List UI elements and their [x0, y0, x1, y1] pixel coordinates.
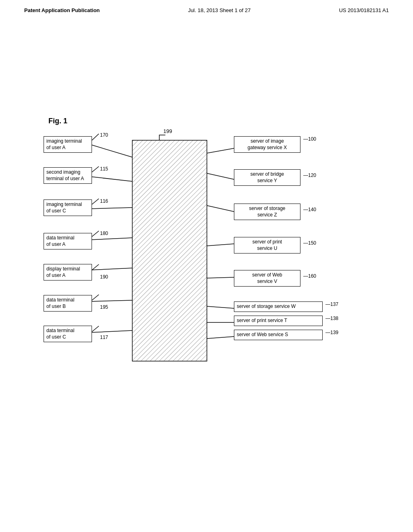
ref-116: 116 [100, 198, 108, 204]
ref-120: —120 [303, 172, 316, 178]
box-second-imaging-terminal-user-a: second imagingterminal of user A [44, 167, 92, 184]
svg-line-7 [90, 300, 132, 301]
svg-line-8 [90, 330, 132, 332]
page-header: Patent Application Publication Jul. 18, … [0, 0, 413, 17]
box-server-print-service-t: server of print service T [234, 316, 323, 326]
svg-line-19 [92, 199, 99, 204]
figure-label: Fig. 1 [48, 117, 67, 125]
ref-160: —160 [303, 273, 316, 279]
header-right: US 2013/0182131 A1 [339, 7, 389, 13]
box-server-print-service-u: server of printservice U [234, 237, 300, 254]
svg-line-21 [92, 264, 99, 270]
ref-140: —140 [303, 207, 316, 212]
ref-138: —138 [325, 316, 338, 321]
svg-line-10 [207, 173, 234, 179]
svg-line-20 [92, 231, 99, 237]
svg-line-9 [207, 148, 234, 153]
ref-195: 195 [100, 304, 108, 310]
svg-line-11 [207, 206, 234, 212]
svg-line-5 [90, 238, 132, 240]
ref-170: 170 [100, 132, 108, 138]
box-server-storage-service-w: server of storage service W [234, 301, 323, 312]
svg-rect-1 [132, 140, 207, 361]
ref-100: —100 [303, 136, 316, 142]
ref-199: 199 [163, 128, 172, 134]
svg-line-2 [90, 144, 132, 157]
box-server-web-service-v: server of Webservice V [234, 270, 300, 287]
header-center: Jul. 18, 2013 Sheet 1 of 27 [188, 7, 250, 13]
svg-line-18 [92, 166, 99, 172]
svg-line-14 [207, 306, 234, 308]
svg-line-6 [90, 268, 132, 270]
box-imaging-terminal-user-c: imaging terminalof user C [44, 200, 92, 216]
ref-139: —139 [325, 330, 338, 335]
box-display-terminal-user-a: display terminalof user A [44, 264, 92, 281]
svg-line-4 [90, 208, 132, 209]
box-data-terminal-user-c: data terminalof user C [44, 326, 92, 342]
svg-line-3 [90, 177, 132, 181]
diagram: imaging terminalof user A 170 second ima… [40, 133, 363, 383]
ref-117: 117 [100, 335, 108, 340]
svg-line-12 [207, 244, 234, 246]
ref-150: —150 [303, 240, 316, 246]
ref-115: 115 [100, 166, 108, 172]
ref-180: 180 [100, 231, 108, 236]
box-server-bridge-service: server of bridgeservice Y [234, 169, 300, 186]
box-data-terminal-user-a: data terminalof user A [44, 233, 92, 249]
box-server-storage-service-z: server of storageservice Z [234, 204, 300, 220]
box-server-web-service-s: server of Web service S [234, 330, 323, 340]
ref-137: —137 [325, 301, 338, 307]
svg-line-16 [207, 337, 234, 339]
svg-line-13 [207, 277, 234, 278]
ref-190: 190 [100, 274, 108, 280]
svg-line-17 [92, 134, 99, 140]
svg-line-22 [92, 295, 99, 300]
svg-line-23 [92, 326, 99, 332]
box-imaging-terminal-user-a: imaging terminalof user A [44, 136, 92, 153]
header-left: Patent Application Publication [24, 7, 100, 13]
box-server-image-gateway: server of imagegateway service X [234, 136, 300, 153]
box-data-terminal-user-b: data terminalof user B [44, 295, 92, 312]
